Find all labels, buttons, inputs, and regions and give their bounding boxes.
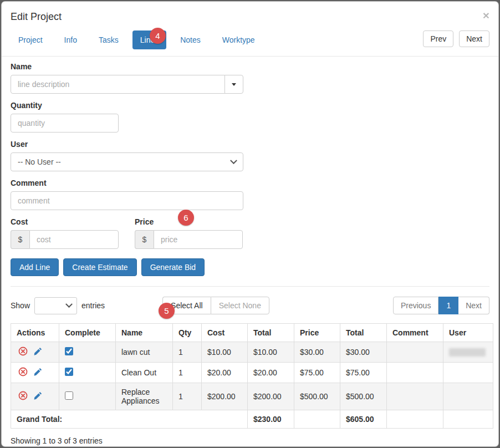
cost-label: Cost (11, 217, 119, 226)
cell-qty: 1 (173, 342, 202, 363)
col-actions: Actions (11, 324, 59, 342)
line-form: Name Quantity User -- No User -- (2, 57, 498, 276)
selection-button-group: Select All Select None (162, 297, 269, 314)
col-user: User (443, 324, 493, 342)
col-cost: Cost (202, 324, 248, 342)
tab-worktype[interactable]: Worktype (215, 30, 263, 49)
page-title: Edit Project (11, 11, 489, 23)
name-input[interactable] (11, 75, 225, 94)
cell-user (443, 342, 493, 363)
cell-price-total: $500.00 (340, 383, 387, 410)
cell-comment (387, 363, 443, 383)
cell-cost-total: $10.00 (248, 342, 294, 363)
col-complete: Complete (59, 324, 116, 342)
cell-name: Clean Out (116, 363, 173, 383)
entries-label: entries (81, 301, 105, 310)
chevron-down-icon (230, 157, 237, 164)
grand-total-cost: $230.00 (248, 410, 294, 429)
close-icon[interactable]: × (483, 9, 489, 21)
tab-bar: Project Info Tasks Lines Notes Worktype … (2, 23, 498, 57)
table-row: lawn cut 1 $10.00 $10.00 $30.00 $30.00 (11, 342, 493, 363)
pagination-page-1[interactable]: 1 (438, 297, 458, 314)
grand-total-price-spacer (294, 410, 340, 429)
cost-currency-addon: $ (11, 230, 29, 249)
cell-price-total: $30.00 (340, 342, 387, 363)
price-label: Price (135, 217, 243, 226)
comment-input[interactable] (11, 191, 243, 210)
table-controls: Show entries Select All Select None Prev… (2, 287, 498, 323)
entries-summary: Showing 1 to 3 of 3 entries (2, 429, 498, 447)
user-label: User (11, 140, 243, 149)
table-row: Clean Out 1 $20.00 $20.00 $75.00 $75.00 (11, 363, 493, 383)
cell-user (443, 363, 493, 383)
edit-line-icon[interactable] (32, 347, 44, 358)
table-header-row: Actions Complete Name Qty Cost Total Pri… (11, 324, 493, 342)
cell-comment (387, 342, 443, 363)
show-label: Show (11, 301, 30, 310)
add-line-button[interactable]: Add Line (11, 258, 59, 276)
quantity-input[interactable] (11, 114, 119, 133)
cell-cost-total: $20.00 (248, 363, 294, 383)
quantity-label: Quantity (11, 101, 243, 110)
cell-price: $30.00 (294, 342, 340, 363)
create-estimate-button[interactable]: Create Estimate (63, 258, 136, 276)
edit-line-icon[interactable] (32, 391, 44, 402)
col-qty: Qty (173, 324, 202, 342)
select-all-button[interactable]: Select All (162, 297, 211, 314)
cell-price: $75.00 (294, 363, 340, 383)
pagination-previous[interactable]: Previous (393, 297, 438, 314)
lines-table: Actions Complete Name Qty Cost Total Pri… (11, 323, 493, 429)
delete-line-icon[interactable] (17, 367, 29, 378)
cell-price-total: $75.00 (340, 363, 387, 383)
redacted-user-name (449, 348, 486, 357)
tab-notes[interactable]: Notes (172, 30, 208, 49)
page-length-select[interactable] (34, 297, 77, 314)
prev-button[interactable]: Prev (423, 30, 453, 47)
col-name: Name (116, 324, 173, 342)
tab-info[interactable]: Info (57, 30, 85, 49)
complete-checkbox[interactable] (65, 347, 73, 355)
complete-checkbox[interactable] (65, 368, 73, 376)
next-button[interactable]: Next (459, 30, 489, 47)
col-price: Price (294, 324, 340, 342)
select-none-button[interactable]: Select None (211, 297, 269, 314)
grand-total-price: $605.00 (340, 410, 387, 429)
cost-input[interactable] (29, 230, 119, 249)
delete-line-icon[interactable] (17, 391, 29, 402)
delete-line-icon[interactable] (17, 347, 29, 358)
col-cost-total: Total (248, 324, 294, 342)
price-input[interactable] (154, 230, 243, 249)
cell-cost: $10.00 (202, 342, 248, 363)
tab-project[interactable]: Project (11, 30, 50, 49)
prev-next-group: Prev Next (423, 30, 489, 55)
name-label: Name (11, 62, 243, 71)
chevron-down-icon (65, 301, 73, 308)
complete-checkbox[interactable] (65, 391, 73, 400)
cell-cost: $20.00 (202, 363, 248, 383)
col-comment: Comment (387, 324, 443, 342)
tab-list: Project Info Tasks Lines Notes Worktype (11, 30, 269, 56)
edit-line-icon[interactable] (32, 368, 44, 378)
cell-comment (387, 383, 443, 410)
comment-label: Comment (11, 179, 243, 187)
user-select[interactable]: -- No User -- (11, 152, 243, 171)
cell-cost: $200.00 (202, 383, 248, 410)
caret-down-icon (232, 83, 236, 86)
cell-name: lawn cut (116, 342, 173, 363)
pagination-next[interactable]: Next (458, 297, 489, 314)
edit-project-modal: 4 5 6 Edit Project × Project Info Tasks … (1, 1, 499, 447)
table-row: Replace Appliances 1 $200.00 $200.00 $50… (11, 383, 493, 410)
cell-price: $500.00 (294, 383, 340, 410)
pagination: Previous 1 Next (393, 297, 489, 314)
price-currency-addon: $ (135, 230, 154, 249)
col-price-total: Total (340, 324, 387, 342)
name-dropdown-button[interactable] (225, 75, 243, 94)
cell-cost-total: $200.00 (248, 383, 294, 410)
tab-lines[interactable]: Lines (132, 30, 166, 49)
grand-total-row: Grand Total: $230.00 $605.00 (11, 410, 493, 429)
grand-total-label: Grand Total: (11, 410, 248, 429)
user-select-value: -- No User -- (18, 157, 61, 166)
cell-qty: 1 (173, 363, 202, 383)
tab-tasks[interactable]: Tasks (91, 30, 126, 49)
generate-bid-button[interactable]: Generate Bid (141, 258, 205, 276)
